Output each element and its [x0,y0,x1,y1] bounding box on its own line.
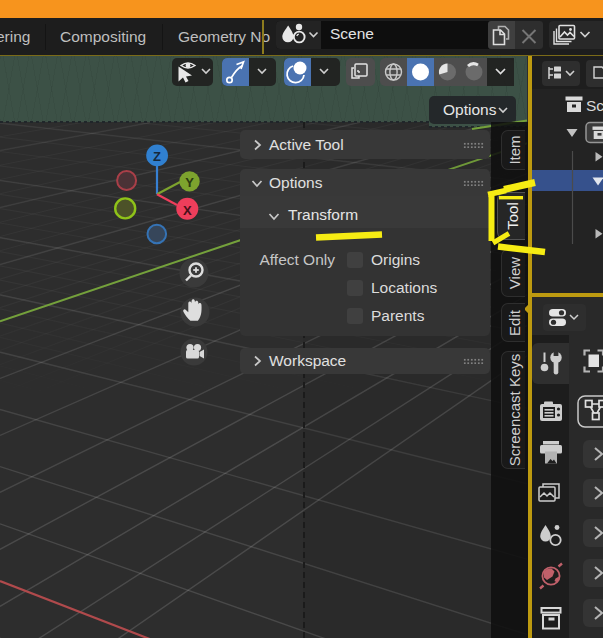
svg-text:Sc: Sc [586,97,603,114]
svg-text:Y: Y [185,175,194,190]
svg-text:Z: Z [153,149,161,164]
svg-text:X: X [183,203,192,218]
